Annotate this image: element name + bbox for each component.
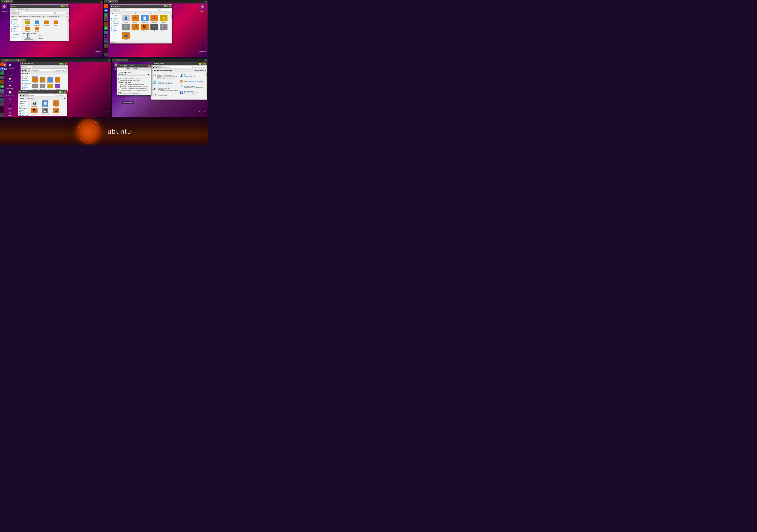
dock-q3-2[interactable]: 📁 [0, 67, 4, 71]
lib-sb-dl[interactable]: 📥 Downloads [19, 108, 28, 109]
thispc-search[interactable]: Search This PC [55, 12, 66, 14]
dock-q3-8[interactable]: 🖼 [0, 93, 4, 97]
diskpacks-search[interactable]: Search diskpacks [159, 9, 171, 11]
fe-tab-file[interactable]: File [21, 66, 25, 68]
start-button-q1[interactable]: ⊞ [1, 0, 4, 3]
thispc-view-icon[interactable]: ⊞ [67, 12, 68, 14]
lib-videos[interactable]: 📹 Videos [51, 108, 61, 115]
lib-camera[interactable]: 📷 Camera Roll [29, 101, 40, 107]
thispc-sidebar-pics[interactable]: 🖼Pictures ★ [11, 29, 22, 31]
fe-sb-dl[interactable]: 📥 Downloads [21, 83, 30, 84]
dp-favorites[interactable]: ⭐ Favorites [160, 15, 168, 23]
cp-address[interactable]: Control Panel [162, 66, 192, 68]
lib-documents[interactable]: 📄 Documents [40, 101, 50, 107]
fe-folder-desktop[interactable]: Desktop [32, 77, 39, 83]
dp-contacts[interactable]: 👤 Contacts [122, 15, 130, 23]
diskpacks-scrollbar[interactable] [171, 15, 172, 41]
diskpacks-sidebar-favs[interactable]: ⭐Favorites [110, 24, 120, 26]
fe-opts-radio-ul1[interactable]: Underline icon titles consistent with my… [120, 86, 150, 87]
diskpacks-max-btn[interactable]: □ [166, 5, 168, 7]
thispc-mapnetwork[interactable]: Map network drive ▼ [47, 15, 59, 17]
thispc-sidebar-ld[interactable]: 💾Local Disk (D: [11, 35, 22, 37]
di-videos[interactable]: 📹 Videos [5, 110, 15, 116]
cp-fwd[interactable]: ▶ [155, 66, 158, 69]
dock-icon-music[interactable]: 🎵 [104, 31, 108, 34]
lib-sb-docs[interactable]: 📄 Documents [19, 106, 28, 108]
fe-close-btn[interactable]: ✕ [65, 63, 67, 65]
fe-opts-cb-frequent[interactable]: ✓ Show frequently used folders in Quick … [118, 95, 150, 95]
fe-folder-docs[interactable]: Documents [47, 77, 54, 83]
dp-links[interactable]: 🔗 Links [122, 24, 130, 31]
thispc-sidebar-desktop[interactable]: 🖥Desktop ★ [11, 22, 22, 24]
fe-opts-tab-view[interactable]: View [125, 68, 131, 70]
fe-opts-radio-own[interactable]: Open each folder in its own window [118, 80, 150, 81]
fe-sb-videos[interactable]: 📹 Videos [21, 88, 30, 90]
dock-icon-mail[interactable]: ✉ [104, 40, 108, 43]
dp-music[interactable]: 🎵 Music [131, 24, 139, 31]
dp-downloads[interactable]: 📥 Downloads [150, 15, 159, 23]
thispc-min-btn[interactable]: — [61, 5, 63, 7]
dock-q3-6[interactable]: 💬 [0, 84, 4, 88]
fe-opts-radio-double[interactable]: Double-click to open an item (single-cli… [118, 89, 150, 91]
dock-q3-3[interactable]: 🌐 [0, 71, 4, 75]
thispc-view-btn2[interactable]: ≡ [67, 15, 68, 17]
thispc-sidebar-dl[interactable]: 📁Downloads ★ [11, 26, 22, 27]
di-localdisk[interactable]: 💾 Local Disk (C:) [5, 90, 15, 96]
cp-search[interactable]: Search Control Panel [193, 66, 207, 68]
cp-appearance[interactable]: 🎨 Appearance and Personalization [179, 78, 205, 84]
diskpacks-newfolder[interactable]: New folder [149, 12, 155, 14]
fe-address[interactable]: Quick access [31, 69, 52, 72]
dp-savedgames[interactable]: 🎮 Saved Games [150, 24, 159, 31]
lib-back[interactable]: ◀ [19, 94, 21, 97]
taskbar-diskpacks-btn[interactable]: 📁 diskpacks [108, 0, 118, 3]
start-button-q2[interactable]: ⊞ [105, 0, 108, 3]
fe-opts-cb-recent[interactable]: ✓ Show recently used files in Quick acce… [118, 93, 150, 95]
fe-organise[interactable]: Organise ▼ [21, 73, 28, 74]
cp-scrollbar[interactable] [206, 72, 207, 97]
lib-fwd[interactable]: ▶ [22, 94, 25, 97]
diskpacks-fwd-btn[interactable]: ▶ [114, 9, 116, 11]
lib-sb-videos[interactable]: 📹 Videos [19, 113, 28, 115]
thispc-scrollbar[interactable] [68, 18, 69, 41]
folder-music[interactable]: Music [51, 20, 60, 26]
taskbar-cp-btn[interactable]: 🛡 Control Panel [116, 59, 128, 62]
diskpacks-sidebar-pics[interactable]: 🖼Pictures [110, 30, 120, 31]
themes-shortcut-q1[interactable]: 🎨 Themes Shortcut [0, 4, 9, 12]
diskpacks-sidebar-links[interactable]: 🔗Links [110, 26, 120, 28]
cp-useraccounts[interactable]: 👤 User Accounts Change account type [179, 73, 205, 78]
thispc-tab-view[interactable]: View [25, 9, 29, 11]
diskpacks-address[interactable]: 📁 diskpacks [120, 9, 159, 11]
taskbar-thispc-btn[interactable]: 📁 This PC [4, 0, 13, 3]
cp-viewby-label[interactable]: View by: Category ▼ [194, 70, 206, 71]
dock-q3-trash[interactable]: 🗑 [0, 113, 4, 117]
lib-address[interactable]: Libraries [28, 94, 54, 96]
thispc-close-btn[interactable]: ✕ [66, 5, 68, 7]
cp-network[interactable]: 🌐 Network and Internet View network stat… [152, 80, 179, 86]
cp-up[interactable]: ↑ [158, 66, 161, 69]
thispc-back-btn[interactable]: ◀ [11, 12, 13, 15]
cp-system-security[interactable]: 🛡 System and Security Review your comput… [152, 73, 179, 80]
thispc-sidebar-thispc[interactable]: 💻This PC [11, 20, 22, 22]
thispc-address[interactable]: 📁 This PC [20, 12, 55, 14]
thispc-up-btn[interactable]: ↑ [17, 12, 19, 15]
fe-fwd[interactable]: ▶ [24, 69, 27, 72]
lib-sb-music[interactable]: 🎵 Music [19, 109, 28, 111]
fe-back[interactable]: ◀ [21, 69, 24, 72]
taskbar-fe-btn[interactable]: 📁 File Explorer [4, 59, 16, 62]
drive-cd-item[interactable]: 💿 CD Drive (D: [36, 34, 44, 41]
fe-opts-tab-general[interactable]: General [117, 68, 125, 70]
fe-sb-docs[interactable]: 📄 Documents [21, 81, 30, 83]
fe-tab-share[interactable]: Share [33, 66, 39, 68]
lib-up[interactable]: ↑ [25, 94, 28, 97]
cp-back[interactable]: ◀ [152, 66, 155, 69]
fe-up[interactable]: ↑ [28, 69, 30, 72]
cp-close-btn[interactable]: ✕ [204, 63, 206, 65]
fe-search[interactable]: Search Quick access [53, 69, 67, 72]
dp-documents[interactable]: 📄 Documents [140, 15, 149, 23]
lib-search[interactable]: Search Libraries [55, 94, 66, 96]
drive-c-item[interactable]: 💾 Local Disk (C: 20.5 GB free of 49.2 GB [23, 34, 34, 41]
diskpacks-give[interactable]: Give access to ▼ [138, 12, 148, 14]
thispc-organise[interactable]: Organise ▼ [11, 15, 17, 17]
thispc-sidebar-music[interactable]: 🎵Music ★ [11, 27, 22, 29]
thispc-sidebar-videos[interactable]: 📹Videos ★ [11, 31, 22, 33]
